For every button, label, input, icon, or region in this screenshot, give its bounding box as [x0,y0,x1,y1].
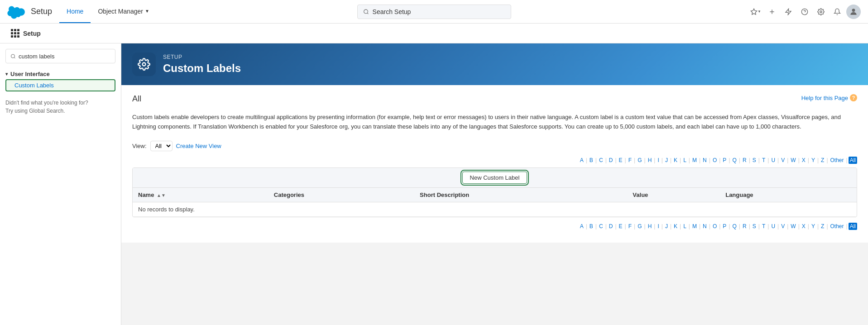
alpha-letter-e[interactable]: E [618,223,624,230]
alpha-letter-e[interactable]: E [618,157,624,164]
plus-icon [768,8,776,15]
alpha-letter-k[interactable]: K [672,157,679,164]
sidebar-item-custom-labels[interactable]: Custom Labels [5,79,115,91]
create-new-view-link[interactable]: Create New View [176,143,221,149]
alpha-letter-n[interactable]: N [701,157,708,164]
gear-icon-btn[interactable] [814,5,828,19]
col-categories: Categories [269,188,414,202]
alpha-letter-j[interactable]: J [664,157,669,164]
lightning-icon [785,8,792,15]
alpha-letter-i[interactable]: I [656,223,660,230]
lightning-icon-btn[interactable] [781,5,796,19]
table-header: New Custom Label [133,168,857,188]
alpha-letter-a[interactable]: A [579,157,585,164]
sort-icon[interactable]: ▲▼ [157,193,166,198]
page-header-setup-label: SETUP [163,54,241,60]
custom-labels-table: Name ▲▼ Categories Short Description Val… [133,188,857,217]
alpha-letter-h[interactable]: H [647,157,653,164]
global-search-input[interactable] [373,8,505,15]
alpha-letter-n[interactable]: N [701,223,708,230]
alpha-letter-w[interactable]: W [789,157,797,164]
alpha-letter-x[interactable]: X [801,157,807,164]
alpha-letter-r[interactable]: R [741,223,748,230]
sidebar: ▾ User Interface Custom Labels Didn't fi… [0,43,121,325]
alpha-letter-u[interactable]: U [770,223,777,230]
alpha-letter-y[interactable]: Y [810,157,816,164]
help-link[interactable]: Help for this Page ? [801,94,857,101]
alpha-letter-f[interactable]: F [627,157,633,164]
star-dropdown-icon: ▼ [758,10,761,14]
alpha-letter-p[interactable]: P [721,157,728,164]
svg-point-8 [820,11,822,13]
alpha-letter-l[interactable]: L [682,157,688,164]
alpha-letter-k[interactable]: K [672,223,679,230]
star-icon-btn[interactable]: ▼ [748,5,763,19]
alpha-letter-q[interactable]: Q [731,157,738,164]
alpha-letter-z[interactable]: Z [820,157,825,164]
alpha-letter-z[interactable]: Z [820,223,825,230]
app-launcher-button[interactable]: Setup [7,27,44,39]
alpha-letter-v[interactable]: V [780,157,786,164]
sidebar-group-header[interactable]: ▾ User Interface [5,69,115,79]
sidebar-search-input[interactable] [19,53,110,60]
top-nav-tabs: Home Object Manager ▼ [59,0,157,23]
col-short-description: Short Description [414,188,627,202]
custom-labels-icon [138,58,150,71]
alpha-letter-l[interactable]: L [682,223,688,230]
alpha-letter-b[interactable]: B [588,223,595,230]
alpha-letter-o[interactable]: O [711,157,718,164]
bell-icon-btn[interactable] [830,5,844,19]
svg-point-10 [11,54,14,58]
alpha-letter-all[interactable]: All [849,157,857,164]
alpha-letter-other[interactable]: Other [829,157,845,164]
alpha-letter-f[interactable]: F [627,223,633,230]
salesforce-logo[interactable] [7,3,25,21]
alpha-letter-a[interactable]: A [579,223,585,230]
alpha-letter-r[interactable]: R [741,157,748,164]
sidebar-search-bar[interactable] [5,49,115,63]
alpha-letter-d[interactable]: D [608,223,614,230]
alpha-letter-p[interactable]: P [721,223,728,230]
alpha-letter-t[interactable]: T [761,157,767,164]
alpha-letter-h[interactable]: H [647,223,653,230]
alpha-letter-u[interactable]: U [770,157,777,164]
star-icon [750,8,758,15]
help-icon-btn[interactable] [797,5,812,19]
user-avatar[interactable] [846,5,861,19]
svg-line-1 [367,13,368,14]
alpha-letter-o[interactable]: O [711,223,718,230]
view-select[interactable]: All [150,141,173,151]
alpha-letter-g[interactable]: G [636,157,643,164]
alpha-letter-w[interactable]: W [789,223,797,230]
second-nav: Setup [0,24,868,43]
alpha-letter-m[interactable]: M [691,223,698,230]
alpha-letter-all[interactable]: All [849,223,857,230]
alpha-letter-s[interactable]: S [751,223,758,230]
tab-home[interactable]: Home [59,0,91,23]
alpha-letter-i[interactable]: I [656,157,660,164]
avatar-icon [849,7,858,16]
alpha-letter-y[interactable]: Y [810,223,816,230]
content-body: All Help for this Page ? Custom labels e… [121,85,868,243]
new-custom-label-button[interactable]: New Custom Label [462,172,528,184]
alpha-letter-j[interactable]: J [664,223,669,230]
alpha-letter-c[interactable]: C [598,223,604,230]
alpha-letter-d[interactable]: D [608,157,614,164]
alpha-letter-g[interactable]: G [636,223,643,230]
alpha-letter-x[interactable]: X [801,223,807,230]
tab-object-manager[interactable]: Object Manager ▼ [91,0,157,23]
alpha-letter-s[interactable]: S [751,157,758,164]
page-header-icon [132,53,156,76]
sidebar-search-icon [10,53,16,59]
description-text: Custom labels enable developers to creat… [132,113,857,132]
plus-icon-btn[interactable] [765,5,779,19]
alpha-letter-q[interactable]: Q [731,223,738,230]
section-title: All [132,94,141,104]
alpha-letter-other[interactable]: Other [829,223,845,230]
alpha-letter-b[interactable]: B [588,157,595,164]
alpha-letter-m[interactable]: M [691,157,698,164]
alpha-letter-c[interactable]: C [598,157,604,164]
alpha-letter-t[interactable]: T [761,223,767,230]
global-search-bar[interactable] [357,5,511,19]
alpha-letter-v[interactable]: V [780,223,786,230]
